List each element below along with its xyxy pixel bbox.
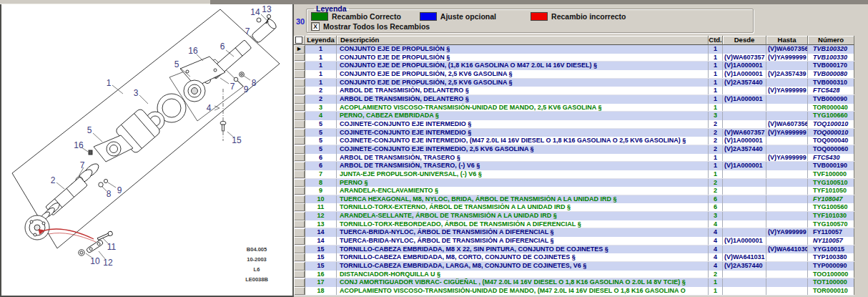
table-row[interactable]: 13TORNILLO-TORX-REBORDEADO, ÁRBOL DE TRA… [294, 220, 854, 229]
table-row[interactable]: 14TUERCA-BRIDA-NYLOC, ÁRBOL DE TRANSMISI… [294, 228, 854, 237]
diagram-callout[interactable]: 3 [134, 88, 139, 98]
row-selector[interactable] [294, 287, 305, 295]
diagram-callout[interactable]: 15 [232, 135, 242, 145]
row-selector[interactable]: ► [294, 45, 305, 54]
table-row[interactable]: 7JUNTA-EJE PROPULSOR-UNIVERSAL, (-) V6 §… [294, 170, 854, 179]
row-selector[interactable] [294, 70, 305, 78]
table-row[interactable]: 1CONJUNTO EJE DE PROPULSIÓN, 2,5 KV6 GAS… [294, 70, 854, 79]
column-header-hasta[interactable]: Hasta [766, 36, 808, 45]
diagram-callout[interactable]: 16 [188, 46, 198, 56]
row-selector[interactable] [294, 187, 305, 195]
select-all-header[interactable] [294, 36, 305, 45]
table-row[interactable]: 2ARBOL DE TRANSMISIÓN, DELANTERO §1(V)1A… [294, 95, 854, 104]
diagram-callout[interactable]: 1 [107, 78, 112, 88]
diagram-callout[interactable]: 16 [74, 140, 84, 150]
show-all-checkbox[interactable]: X [311, 22, 320, 31]
diagram-callout[interactable]: 2 [51, 175, 56, 185]
table-row[interactable]: 15TORNILLO-CABEZA EMBRIDADA, M8 X 22, SI… [294, 245, 854, 254]
row-selector[interactable] [294, 195, 305, 204]
row-selector[interactable] [294, 112, 305, 120]
diagram-callout[interactable]: 12 [103, 258, 113, 268]
column-header-numero[interactable]: Número [808, 36, 854, 45]
diagram-callout[interactable]: 11 [107, 242, 117, 252]
row-selector[interactable] [294, 62, 305, 70]
table-row[interactable]: 16DISTANCIADOR-HORQUILLA U §2TOO100000 [294, 271, 854, 279]
table-row[interactable]: ►1CONJUNTO EJE DE PROPULSIÓN §1(V)WA6073… [294, 45, 854, 54]
table-row[interactable]: 12ARANDELA-SELLANTE, ÁRBOL DE TRANSMISIÓ… [294, 212, 854, 220]
select-all-box[interactable] [295, 36, 302, 44]
column-header-descripcion[interactable]: Descripción [337, 36, 709, 45]
row-selector[interactable] [294, 145, 305, 154]
diagram-callout[interactable]: 8 [107, 189, 112, 199]
diagram-callout[interactable]: 7 [80, 160, 85, 170]
cell-part-number: TYF101050 [808, 187, 854, 195]
row-selector[interactable] [294, 87, 305, 94]
row-selector[interactable] [294, 54, 305, 62]
diagram-callout[interactable]: 5 [174, 59, 179, 69]
table-row[interactable]: 5COJINETE-CONJUNTO EJE INTERMEDIO §2(V)W… [294, 129, 854, 137]
diagram-callout[interactable]: 9 [244, 84, 249, 94]
diagram-callout[interactable]: 7 [230, 82, 235, 92]
row-selector[interactable] [294, 212, 305, 220]
cell-to [766, 278, 808, 287]
cell-part-number: TYP000090 [808, 262, 854, 271]
table-row[interactable]: 15TORNILLO-CABEZA EMBRIDADA, LARGA, M8, … [294, 262, 854, 271]
row-selector[interactable] [294, 220, 305, 228]
row-selector[interactable] [294, 162, 305, 170]
row-selector[interactable] [294, 154, 305, 162]
diagram-callout[interactable]: 14 [250, 7, 260, 17]
table-row[interactable]: 2ARBOL DE TRANSMISIÓN, DELANTERO §1(V)YA… [294, 87, 854, 95]
row-selector[interactable] [294, 253, 305, 261]
legend-item: Recambio Correcto [311, 12, 401, 21]
cell-description: CONJUNTO EJE DE PROPULSIÓN, (1,8 K16 GAS… [337, 62, 709, 70]
table-row[interactable]: 5COJINETE-CONJUNTO EJE INTERMEDIO §2(V)W… [294, 120, 854, 129]
table-row[interactable]: 10TUERCA HEXAGONAL, M8, NYLOC, BRIDA, ÁR… [294, 195, 854, 204]
diagram-callout[interactable]: 5 [87, 125, 92, 135]
table-row[interactable]: 11TORNILLO-TORX-EXTERNO, ÁRBOL DE TRANSM… [294, 203, 854, 212]
diagram-callout[interactable]: 8 [252, 78, 257, 88]
table-row[interactable]: 4PERNO, CABEZA EMBRIDADA §3TYG100660 [294, 112, 854, 120]
row-selector[interactable] [294, 137, 305, 145]
row-selector[interactable] [294, 262, 305, 271]
table-row[interactable]: 17CONJ AMORTIGUADOR VIBRAC- CIGÜEÑAL , (… [294, 278, 854, 287]
table-row[interactable]: 5COJINETE-CONJUNTO EJE INTERMEDIO, (M47 … [294, 137, 854, 145]
row-selector[interactable] [294, 79, 305, 87]
column-header-ctd[interactable]: Ctd. [709, 36, 723, 45]
table-row[interactable]: 9ARANDELA-ENCLAVAMIENTO §2TYF101050 [294, 187, 854, 195]
table-row[interactable]: 6ARBOL DE TRANSMISIÓN, TRASERO, (-) V6 §… [294, 162, 854, 170]
row-selector[interactable] [294, 129, 305, 137]
row-selector[interactable] [294, 104, 305, 112]
cell-leyenda: 1 [305, 79, 337, 87]
table-row[interactable]: 5COJINETE-CONJUNTO EJE INTERMEDIO, 2,5 K… [294, 145, 854, 154]
table-row[interactable]: 1CONJUNTO EJE DE PROPULSIÓN, (1,8 K16 GA… [294, 62, 854, 70]
row-selector[interactable] [294, 120, 305, 128]
column-header-leyenda[interactable]: Leyenda [305, 36, 337, 45]
cell-qty: 1 [709, 79, 723, 87]
diagram-callout[interactable]: 4 [207, 103, 212, 113]
row-selector[interactable] [294, 228, 305, 237]
table-row[interactable]: 6ARBOL DE TRANSMISIÓN, TRASERO §1(V)YA99… [294, 154, 854, 162]
row-selector[interactable] [294, 245, 305, 254]
table-row[interactable]: 1CONJUNTO EJE DE PROPULSIÓN §1(V)WA60735… [294, 54, 854, 62]
diagram-callout[interactable]: 6 [220, 42, 225, 52]
row-selector[interactable] [294, 95, 305, 104]
row-selector[interactable] [294, 278, 305, 287]
diagram-callout[interactable]: 13 [262, 4, 272, 14]
row-selector[interactable] [294, 170, 305, 178]
column-header-desde[interactable]: Desde [723, 36, 766, 45]
diagram-callout[interactable]: 7 [245, 26, 250, 36]
diagram-callout[interactable]: 9 [117, 185, 122, 195]
row-selector[interactable] [294, 271, 305, 278]
row-selector[interactable] [294, 179, 305, 188]
table-row[interactable]: 3ACOPLAMIENTO VISCOSO-TRANSMISIÓN-UNIDAD… [294, 104, 854, 112]
table-row[interactable]: 14TUERCA-BRIDA-NYLOC, ÁRBOL DE TRANSMISI… [294, 237, 854, 245]
row-selector[interactable] [294, 237, 305, 245]
diagram-callout[interactable]: 10 [90, 256, 100, 266]
table-row[interactable]: 1CONJUNTO EJE DE PROPULSIÓN, 2,5 KV6 GAS… [294, 79, 854, 87]
table-row[interactable]: 18ACOPLAMIENTO VISCOSO-TRANSMISIÓN-UNIDA… [294, 287, 854, 296]
table-row[interactable]: 8PERNO §2TYG100510 [294, 179, 854, 188]
show-all-checkbox-row[interactable]: X Mostrar Todos los Recambios [311, 22, 749, 31]
table-row[interactable]: 15TORNILLO-CABEZA EMBRIDADA, M8, CORTO, … [294, 253, 854, 262]
cell-leyenda: 5 [305, 137, 337, 145]
row-selector[interactable] [294, 203, 305, 211]
